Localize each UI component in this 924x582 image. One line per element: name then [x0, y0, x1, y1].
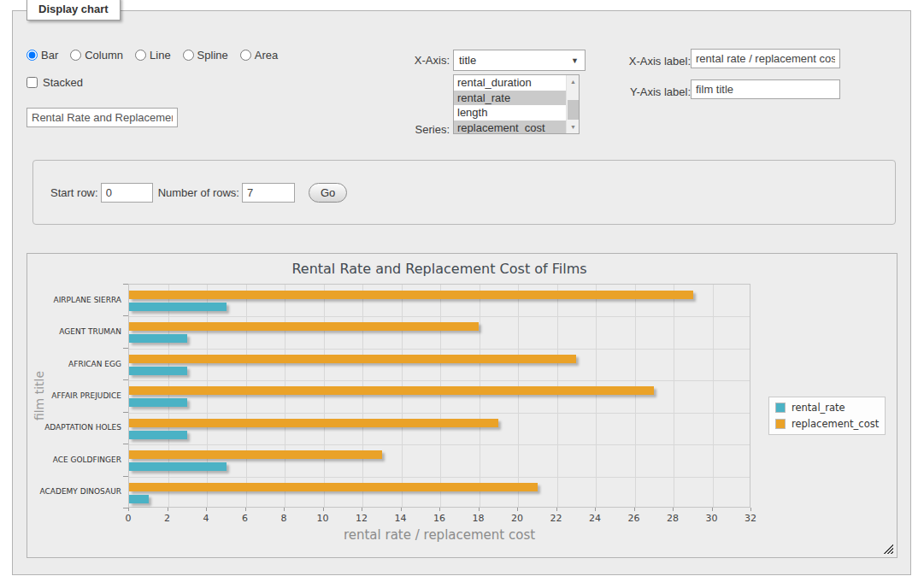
- chart-type-bar[interactable]: Bar: [26, 49, 58, 62]
- num-rows-label: Number of rows:: [158, 186, 239, 199]
- chart-type-spline-radio[interactable]: [183, 50, 194, 61]
- bar-replacement_cost: [129, 355, 576, 363]
- legend-swatch: [775, 419, 786, 429]
- y-tick: [123, 315, 128, 316]
- chart-type-line-radio[interactable]: [135, 50, 146, 61]
- scroll-down-icon[interactable]: ▼: [567, 121, 580, 133]
- x-tick: [362, 508, 362, 511]
- category-label: ADAPTATION HOLES: [27, 423, 121, 432]
- chart-type-area[interactable]: Area: [240, 49, 278, 62]
- gridline: [557, 285, 558, 507]
- series-option[interactable]: replacement_cost: [454, 121, 566, 135]
- gridline: [285, 285, 285, 507]
- x-tick: [245, 508, 246, 511]
- legend-swatch: [775, 403, 786, 413]
- gridline: [129, 477, 750, 478]
- page: Display chart Bar Column Line Spline Are…: [0, 0, 924, 582]
- x-tick-label: 28: [660, 513, 686, 524]
- category-label: AGENT TRUMAN: [27, 327, 121, 336]
- y-tick: [123, 508, 128, 509]
- x-axis-select[interactable]: title ▼: [453, 50, 586, 71]
- chart-type-line[interactable]: Line: [135, 49, 171, 62]
- legend-label: rental_rate: [792, 402, 845, 414]
- x-tick-label: 2: [155, 513, 180, 524]
- gridline: [518, 285, 519, 507]
- bar-replacement_cost: [129, 386, 654, 395]
- x-tick-label: 4: [193, 513, 219, 524]
- series-listbox[interactable]: rental_duration rental_rate length repla…: [453, 74, 580, 134]
- gridline: [207, 285, 208, 507]
- bar-rental_rate: [129, 431, 187, 439]
- x-tick: [750, 508, 751, 511]
- rows-panel-content: Start row: Number of rows: Go: [50, 183, 347, 203]
- x-tick: [712, 508, 713, 511]
- chart-title: Rental Rate and Replacement Cost of Film…: [128, 261, 750, 277]
- y-axis-label-input[interactable]: [691, 79, 840, 99]
- chart-type-column-radio[interactable]: [70, 50, 81, 61]
- category-label: ACE GOLDFINGER: [27, 456, 121, 464]
- gridline: [129, 316, 750, 317]
- chart-type-column[interactable]: Column: [70, 49, 123, 62]
- x-tick-label: 0: [115, 513, 141, 524]
- gridline: [362, 285, 363, 507]
- gridline: [674, 285, 674, 507]
- series-option[interactable]: rental_duration: [454, 75, 566, 91]
- chart-title-input[interactable]: [26, 108, 178, 127]
- x-tick: [168, 508, 168, 511]
- chart-type-area-radio[interactable]: [240, 50, 251, 61]
- y-axis-label-field-label: Y-Axis label:: [614, 85, 691, 98]
- y-tick: [123, 284, 128, 285]
- stacked-checkbox[interactable]: [26, 77, 38, 88]
- x-axis-label-input[interactable]: [691, 49, 840, 68]
- num-rows-input[interactable]: [242, 183, 295, 203]
- chart-type-spline[interactable]: Spline: [183, 49, 228, 62]
- go-button[interactable]: Go: [309, 183, 347, 203]
- legend-item: rental_rate: [775, 402, 879, 414]
- x-tick: [128, 508, 129, 511]
- chart-type-bar-radio[interactable]: [26, 50, 38, 61]
- gridline: [596, 285, 597, 507]
- start-row-input[interactable]: [101, 183, 153, 203]
- category-label: AFRICAN EGG: [27, 360, 121, 368]
- chart-type-area-label: Area: [255, 49, 278, 62]
- scroll-up-icon[interactable]: ▲: [567, 75, 580, 88]
- bar-rental_rate: [129, 367, 187, 375]
- x-tick: [517, 508, 518, 511]
- stacked-checkbox-row[interactable]: Stacked: [26, 76, 83, 89]
- start-row-label: Start row:: [50, 186, 98, 199]
- x-tick: [556, 508, 557, 511]
- series-listbox-label: Series:: [390, 123, 450, 136]
- x-tick-label: 14: [388, 513, 414, 524]
- x-tick-label: 10: [310, 513, 336, 524]
- legend-item: replacement_cost: [775, 418, 879, 430]
- chart-legend: rental_ratereplacement_cost: [768, 397, 886, 435]
- bar-replacement_cost: [129, 450, 382, 459]
- y-tick: [123, 412, 128, 413]
- chart-x-axis-title: rental rate / replacement cost: [128, 527, 750, 543]
- gridline: [713, 285, 714, 507]
- x-tick: [673, 508, 674, 511]
- x-axis-select-label: X-Axis:: [390, 54, 450, 67]
- chevron-down-icon: ▼: [571, 56, 579, 65]
- gridline: [324, 285, 325, 507]
- gridline: [129, 444, 750, 445]
- x-tick: [323, 508, 324, 511]
- stacked-label: Stacked: [43, 76, 83, 89]
- gridline: [246, 285, 247, 507]
- listbox-scrollbar[interactable]: ▲ ▼: [566, 75, 579, 133]
- category-label: ACADEMY DINOSAUR: [27, 487, 121, 496]
- series-option[interactable]: length: [454, 105, 566, 121]
- gridline: [480, 285, 480, 507]
- x-tick-label: 6: [232, 513, 258, 524]
- category-label: AFFAIR PREJUDICE: [27, 391, 121, 400]
- scrollbar-thumb[interactable]: [568, 100, 579, 120]
- panel-title: Display chart: [26, 0, 121, 21]
- resize-handle-icon[interactable]: [884, 544, 893, 554]
- x-tick: [284, 508, 285, 511]
- bar-rental_rate: [129, 334, 187, 343]
- series-option[interactable]: rental_rate: [454, 91, 566, 106]
- x-tick-label: 26: [621, 513, 647, 524]
- x-tick: [479, 508, 480, 511]
- x-tick: [401, 508, 402, 511]
- x-tick-label: 16: [427, 513, 452, 524]
